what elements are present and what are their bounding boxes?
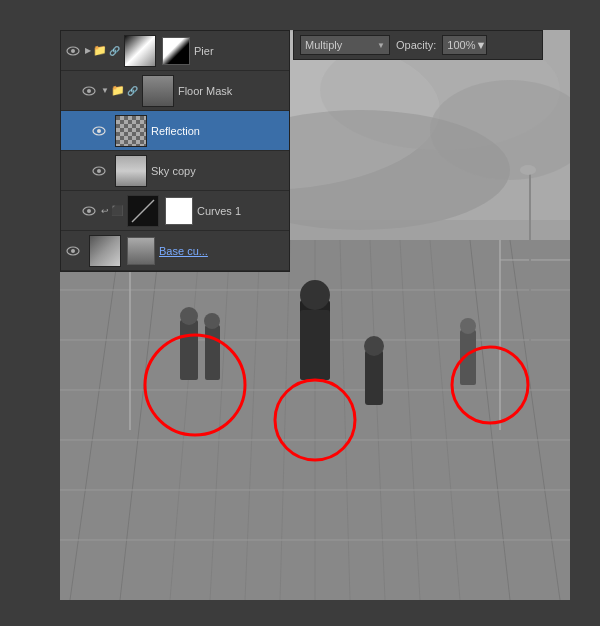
svg-point-37 [364, 336, 384, 356]
pier-thumbnail [124, 35, 156, 67]
layer-floor-mask[interactable]: ▼ 📁 🔗 Floor Mask [61, 71, 289, 111]
pier-mask-thumbnail [162, 37, 190, 65]
blend-mode-arrow: ▼ [377, 41, 385, 50]
opacity-label: Opacity: [396, 39, 436, 51]
pier-folder-icon: 📁 [93, 44, 107, 57]
svg-point-53 [97, 129, 101, 133]
svg-point-49 [71, 49, 75, 53]
main-container: ▶ 📁 🔗 Pier ▼ 📁 🔗 [0, 0, 600, 626]
layers-panel: ▶ 📁 🔗 Pier ▼ 📁 🔗 [60, 30, 290, 272]
floor-mask-layer-name: Floor Mask [178, 85, 285, 97]
floor-mask-icons: ▼ 📁 🔗 [101, 84, 138, 97]
svg-point-60 [71, 249, 75, 253]
opacity-arrow: ▼ [476, 39, 487, 51]
floor-mask-folder-icon: 📁 [111, 84, 125, 97]
blend-mode-bar: Multiply ▼ Opacity: 100% ▼ [293, 30, 543, 60]
opacity-value-text: 100% [447, 39, 475, 51]
sky-copy-thumbnail [115, 155, 147, 187]
sky-copy-layer-name: Sky copy [151, 165, 285, 177]
curves1-mask-thumbnail [165, 197, 193, 225]
layer-reflection[interactable]: Reflection [61, 111, 289, 151]
svg-point-39 [180, 307, 198, 325]
base-layer-name[interactable]: Base cu... [159, 245, 285, 257]
layer-base[interactable]: Base cu... [61, 231, 289, 271]
eye-base[interactable] [65, 243, 81, 259]
reflection-thumbnail [115, 115, 147, 147]
pier-layer-name: Pier [194, 45, 285, 57]
curves1-thumbnail [127, 195, 159, 227]
svg-rect-44 [300, 310, 330, 380]
svg-point-43 [460, 318, 476, 334]
svg-point-35 [300, 280, 330, 310]
svg-rect-36 [365, 350, 383, 405]
curves1-layer-name: Curves 1 [197, 205, 285, 217]
base-thumbnail [89, 235, 121, 267]
svg-point-41 [204, 313, 220, 329]
base-mask-thumbnail [127, 237, 155, 265]
eye-pier[interactable] [65, 43, 81, 59]
svg-rect-40 [205, 325, 220, 380]
svg-point-51 [87, 89, 91, 93]
eye-reflection[interactable] [91, 123, 107, 139]
floor-mask-thumbnail [142, 75, 174, 107]
svg-rect-38 [180, 320, 198, 380]
curves1-adj-icon: ⬛ [111, 205, 123, 216]
layer-pier[interactable]: ▶ 📁 🔗 Pier [61, 31, 289, 71]
pier-link-icon: 🔗 [109, 46, 120, 56]
floor-mask-link-icon: 🔗 [127, 86, 138, 96]
eye-floor-mask[interactable] [81, 83, 97, 99]
left-sidebar [0, 30, 60, 626]
blend-mode-select[interactable]: Multiply ▼ [300, 35, 390, 55]
svg-point-57 [87, 209, 91, 213]
eye-curves1[interactable] [81, 203, 97, 219]
svg-point-55 [97, 169, 101, 173]
pier-expand-arrow[interactable]: ▶ [85, 46, 91, 55]
blend-mode-value: Multiply [305, 39, 342, 51]
curves1-icons: ↩ ⬛ [101, 205, 123, 216]
eye-sky-copy[interactable] [91, 163, 107, 179]
svg-point-33 [520, 165, 536, 175]
opacity-select[interactable]: 100% ▼ [442, 35, 487, 55]
reflection-layer-name: Reflection [151, 125, 285, 137]
floor-mask-expand-arrow[interactable]: ▼ [101, 86, 109, 95]
curves1-adj-arrow: ↩ [101, 206, 109, 216]
bottom-bar [60, 600, 600, 626]
layer-curves1[interactable]: ↩ ⬛ Curves 1 [61, 191, 289, 231]
layer-sky-copy[interactable]: Sky copy [61, 151, 289, 191]
pier-layer-icons: ▶ 📁 🔗 [85, 44, 120, 57]
